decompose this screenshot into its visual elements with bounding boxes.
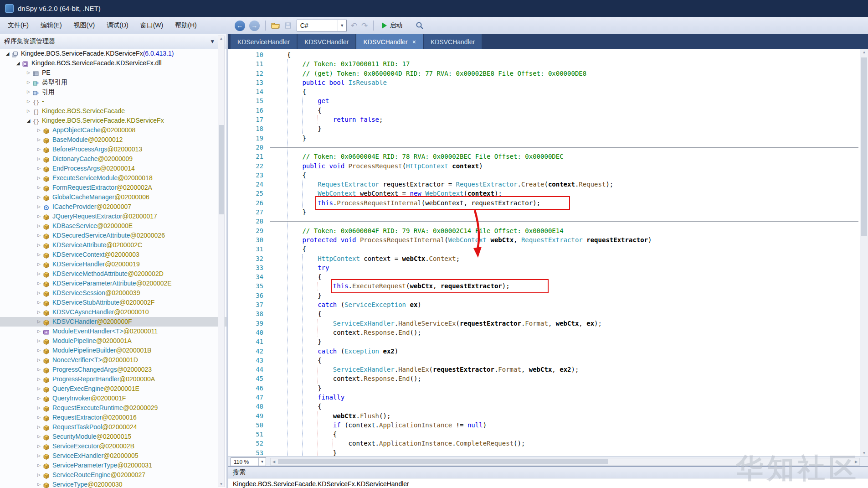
redo-icon[interactable]: ↷ <box>361 22 368 30</box>
tree-item[interactable]: ▷EndProcessArgs @02000014 <box>0 164 226 173</box>
tree-item[interactable]: ▷ExecuteServiceModule @02000018 <box>0 173 226 183</box>
tree-expander-icon[interactable]: ▷ <box>35 403 43 413</box>
code-text[interactable]: { <box>272 244 306 254</box>
code-text[interactable]: catch (Exception ex2) <box>272 347 398 356</box>
tree-item[interactable]: ▷KDServiceAttribute @0200002C <box>0 240 226 250</box>
tree-item[interactable]: ◢Kingdee.BOS.ServiceFacade.KDServiceFx (… <box>0 49 226 58</box>
editor-scrollbar-thumb[interactable] <box>861 57 867 236</box>
tree-item[interactable]: ▷KDServiceParameterAttribute @0200002E <box>0 279 226 288</box>
chevron-down-icon[interactable]: ▼ <box>338 20 346 31</box>
document-tab[interactable]: KDSVCHandler <box>298 34 356 49</box>
tree-item[interactable]: ◢Kingdee.BOS.ServiceFacade.KDServiceFx.d… <box>0 58 226 68</box>
tree-expander-icon[interactable]: ▷ <box>35 346 43 355</box>
chevron-down-icon[interactable]: ▼ <box>258 458 266 466</box>
navigate-forward-icon[interactable]: → <box>249 21 260 31</box>
tree-expander-icon[interactable]: ▷ <box>35 288 43 298</box>
panel-menu-icon[interactable]: ▼ <box>210 39 215 44</box>
menu-item[interactable]: 帮助(H) <box>169 20 202 31</box>
tree-expander-icon[interactable]: ▷ <box>35 212 43 221</box>
search-icon[interactable] <box>416 21 424 30</box>
code-text[interactable]: context.Response.End(); <box>272 328 421 337</box>
scroll-down-icon[interactable]: ▼ <box>860 451 868 455</box>
tree-expander-icon[interactable]: ▷ <box>35 365 43 374</box>
tree-expander-icon[interactable]: ▷ <box>25 78 32 87</box>
tree-expander-icon[interactable]: ▷ <box>35 250 43 260</box>
code-view[interactable]: 10 {11 // Token: 0x17000011 RID: 1712 //… <box>228 49 860 456</box>
tree-item[interactable]: ▷ServiceParameterType @02000031 <box>0 461 226 470</box>
tree-expander-icon[interactable]: ▷ <box>35 173 43 183</box>
document-tab[interactable]: KDServiceHandler <box>231 34 297 49</box>
code-text[interactable]: { <box>272 402 322 411</box>
tree-item[interactable]: ▷ServiceRouteEngine @02000027 <box>0 470 226 480</box>
tree-item[interactable]: ▷ICacheProvider @02000007 <box>0 202 226 212</box>
code-text[interactable]: { <box>272 50 291 59</box>
tree-scrollbar[interactable]: ▲ ▼ <box>218 36 225 487</box>
code-text[interactable]: { <box>272 106 322 115</box>
code-text[interactable]: return false; <box>272 115 383 124</box>
tree-expander-icon[interactable]: ▷ <box>35 298 43 307</box>
tree-expander-icon[interactable]: ▷ <box>35 451 43 461</box>
code-text[interactable]: public bool IsReusable <box>272 78 387 87</box>
code-text[interactable]: HttpContext context = webCtx.Context; <box>272 254 460 263</box>
tree-scrollbar-thumb[interactable] <box>219 125 224 214</box>
scroll-up-icon[interactable]: ▲ <box>218 36 224 41</box>
tree-item[interactable]: ▷KDServiceStubAttribute @0200002F <box>0 298 226 307</box>
tree-expander-icon[interactable]: ▷ <box>35 221 43 231</box>
tree-expander-icon[interactable]: ▷ <box>35 135 43 145</box>
tree-item[interactable]: ▷KDServiceContext @02000003 <box>0 250 226 260</box>
tree-expander-icon[interactable]: ▷ <box>35 145 43 154</box>
tree-expander-icon[interactable]: ▷ <box>35 470 43 480</box>
code-text[interactable]: { <box>272 309 322 318</box>
menu-item[interactable]: 调试(D) <box>101 20 134 31</box>
start-debug-button[interactable]: 启动 <box>379 21 405 31</box>
document-tab[interactable]: KDSVCHandler× <box>356 34 423 49</box>
tree-expander-icon[interactable]: ▷ <box>35 192 43 202</box>
tree-item[interactable]: ▷ProgressReportHandler @0200000A <box>0 374 226 384</box>
tree-item[interactable]: ▷DictonaryCache @02000009 <box>0 154 226 164</box>
tree-expander-icon[interactable]: ▷ <box>35 154 43 164</box>
search-result-row[interactable]: Kingdee.BOS.ServiceFacade.KDServiceFx.KD… <box>228 478 868 488</box>
tree-item[interactable]: ▷RequestTaskPool @02000024 <box>0 422 226 432</box>
tree-item[interactable]: ▷SecurityModule @02000015 <box>0 432 226 441</box>
zoom-combobox[interactable]: 110 % ▼ <box>231 457 266 466</box>
highlighted-code[interactable]: this.ExecuteRequest(webCtx, requestExtra… <box>333 281 546 291</box>
tree-item[interactable]: ▷QueryInvoker @0200001F <box>0 394 226 403</box>
open-file-icon[interactable] <box>271 22 280 29</box>
tree-item[interactable]: ▷KDServiceMethodAttribute @0200002D <box>0 269 226 279</box>
code-text[interactable]: { <box>272 272 322 281</box>
tree-expander-icon[interactable]: ▷ <box>35 422 43 432</box>
scroll-right-icon[interactable]: ▶ <box>853 458 859 465</box>
code-text[interactable]: get <box>272 96 329 105</box>
hscrollbar-thumb[interactable] <box>278 459 608 464</box>
code-text[interactable]: protected void ProcessRequestInternal(We… <box>272 235 652 244</box>
tree-expander-icon[interactable]: ▷ <box>35 336 43 346</box>
tree-item[interactable]: ▷KDSVCHandler @0200000F <box>0 317 226 327</box>
save-all-icon[interactable] <box>284 22 293 29</box>
tree-expander-icon[interactable]: ▷ <box>35 125 43 135</box>
code-text[interactable]: public void ProcessRequest(HttpContext c… <box>272 161 483 171</box>
tree-expander-icon[interactable]: ▷ <box>25 106 32 116</box>
code-text[interactable]: context.Response.End(); <box>272 374 421 383</box>
code-text[interactable]: } <box>272 337 322 346</box>
tree-item[interactable]: ◢{}Kingdee.BOS.ServiceFacade.KDServiceFx <box>0 116 226 125</box>
scroll-down-icon[interactable]: ▼ <box>218 482 224 486</box>
tree-expander-icon[interactable]: ◢ <box>25 116 32 125</box>
menu-item[interactable]: 文件(F) <box>2 20 35 31</box>
tree-item[interactable]: ▷BeforeProcessArgs @02000013 <box>0 145 226 154</box>
code-text[interactable]: try <box>272 263 329 272</box>
tree-expander-icon[interactable]: ▷ <box>35 327 43 336</box>
code-text[interactable]: // Token: 0x0600004E RID: 78 RVA: 0x0000… <box>272 152 564 161</box>
tree-expander-icon[interactable]: ▷ <box>35 240 43 250</box>
tree-expander-icon[interactable]: ▷ <box>25 68 32 78</box>
tree-expander-icon[interactable]: ▷ <box>35 394 43 403</box>
tree-item[interactable]: ▷FormRequestExtractor @0200002A <box>0 183 226 192</box>
tree-expander-icon[interactable]: ▷ <box>35 307 43 317</box>
code-text[interactable]: ServiceExHandler.HandleServiceEx(request… <box>272 319 602 328</box>
tree-item[interactable]: ▷AppObjectCache @02000008 <box>0 125 226 135</box>
tree-item[interactable]: ▷RequestExecuteRuntime @02000029 <box>0 403 226 413</box>
tree-expander-icon[interactable]: ▷ <box>25 87 32 97</box>
tree-expander-icon[interactable]: ▷ <box>35 269 43 279</box>
tree-item[interactable]: ▷{}Kingdee.BOS.ServiceFacade <box>0 106 226 116</box>
code-text[interactable]: } <box>272 208 306 217</box>
code-text[interactable]: finally <box>272 393 344 402</box>
